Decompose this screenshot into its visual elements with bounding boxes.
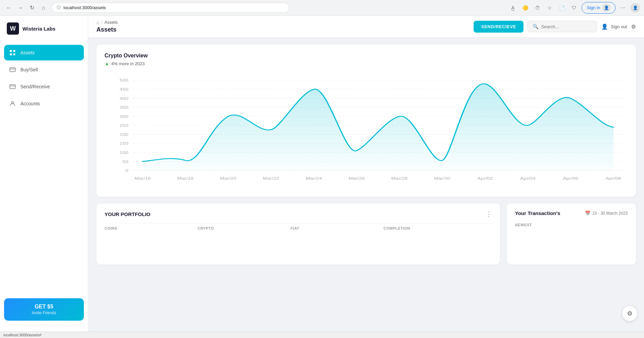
svg-text:Mar/18: Mar/18 <box>177 176 194 181</box>
top-bar: ⌂ / Assets Assets SEND/RECIEVE 🔍 👤 Sign … <box>88 16 644 38</box>
sidebar-item-buysell[interactable]: Buy/Sell <box>4 62 84 77</box>
sidebar-logo: W Wisteria Labs <box>0 22 88 45</box>
shield-icon[interactable]: 🛡 <box>569 3 579 13</box>
nav-buttons: ← → ↻ ⌂ <box>4 3 48 13</box>
chart-svg: 500 450 400 350 300 250 200 150 100 50 0 <box>105 73 628 189</box>
accounts-label: Accounts <box>20 101 40 106</box>
address-bar[interactable]: ⓘ localhost:3000/assets <box>52 3 289 13</box>
invite-banner[interactable]: GET $5 Invite Friends <box>4 298 84 321</box>
svg-rect-1 <box>13 50 15 52</box>
sidebar-nav: Assets Buy/Sell Send/Rec <box>0 45 88 291</box>
sign-out-area[interactable]: 👤 Sign out <box>601 23 627 30</box>
svg-rect-0 <box>10 50 12 52</box>
chart-subtitle-text: 4% more in 2023 <box>111 61 145 66</box>
browser-sign-in-button[interactable]: Sign in 👤 <box>582 2 615 14</box>
svg-text:250: 250 <box>119 123 128 128</box>
company-name: Wisteria Labs <box>22 26 55 32</box>
history-icon[interactable]: ⏱ <box>533 3 542 13</box>
font-size-icon[interactable]: A̲ <box>508 3 518 13</box>
sidebar-item-sendreceive[interactable]: Send/Receive <box>4 79 84 94</box>
content-area: Crypto Overview ▲ 4% more in 2023 <box>88 38 644 271</box>
browser-actions: A̲ 🟡 ⏱ ☆ 📄 🛡 Sign in 👤 ⋯ 👤 <box>508 2 640 14</box>
portfolio-menu-icon[interactable]: ⋮ <box>486 210 492 218</box>
more-button[interactable]: ⋯ <box>618 3 628 13</box>
up-arrow-icon: ▲ <box>105 61 109 66</box>
svg-text:400: 400 <box>119 96 128 101</box>
svg-rect-6 <box>10 85 15 89</box>
buysell-icon <box>9 66 16 73</box>
portfolio-cols: COINS CRYPTO FIAT COMPLETION <box>105 223 492 230</box>
svg-text:Mar/24: Mar/24 <box>306 176 322 181</box>
svg-text:350: 350 <box>119 105 128 110</box>
status-bar: localhost:3000/assets# <box>0 332 644 338</box>
user-profile-icon[interactable]: 👤 <box>630 3 640 13</box>
main-content: ⌂ / Assets Assets SEND/RECIEVE 🔍 👤 Sign … <box>88 16 644 332</box>
browser-chrome: ← → ↻ ⌂ ⓘ localhost:3000/assets A̲ 🟡 ⏱ ☆… <box>0 0 644 16</box>
svg-text:Mar/30: Mar/30 <box>434 176 450 181</box>
sidebar-item-accounts[interactable]: Accounts <box>4 96 84 111</box>
assets-label: Assets <box>20 50 35 55</box>
svg-text:Apr/06: Apr/06 <box>563 176 578 181</box>
col-crypto: CRYPTO <box>198 226 288 230</box>
search-icon: 🔍 <box>533 24 538 29</box>
chart-card: Crypto Overview ▲ 4% more in 2023 <box>96 45 636 197</box>
home-icon[interactable]: ⌂ <box>96 20 99 25</box>
breadcrumb: ⌂ / Assets <box>96 20 118 25</box>
breadcrumb-sep: / <box>101 20 103 25</box>
svg-text:Apr/02: Apr/02 <box>477 176 493 181</box>
sidebar: W Wisteria Labs Assets <box>0 16 88 332</box>
sidebar-item-assets[interactable]: Assets <box>4 45 84 60</box>
calendar-icon: 📅 <box>585 211 590 216</box>
sign-out-label: Sign out <box>611 24 627 29</box>
svg-text:Apr/08: Apr/08 <box>606 176 621 181</box>
logo-box: W <box>7 22 19 35</box>
sendreceive-icon <box>9 83 16 90</box>
sendreceive-label: Send/Receive <box>20 84 50 89</box>
top-bar-actions: SEND/RECIEVE 🔍 👤 Sign out ⚙ <box>474 21 636 33</box>
search-box[interactable]: 🔍 <box>528 21 597 32</box>
col-coins: COINS <box>105 226 195 230</box>
portfolio-panel: YOUR PORTFOLIO ⋮ COINS CRYPTO FIAT COMPL… <box>96 203 500 265</box>
svg-text:150: 150 <box>119 141 128 146</box>
svg-point-8 <box>12 102 14 104</box>
svg-text:50: 50 <box>123 159 129 164</box>
collection-icon[interactable]: 📄 <box>557 3 567 13</box>
floating-gear-button[interactable]: ⚙ <box>622 306 637 321</box>
assets-icon <box>9 49 16 56</box>
lock-icon: ⓘ <box>57 5 61 11</box>
chart-subtitle: ▲ 4% more in 2023 <box>105 61 628 66</box>
browser-sign-in-label: Sign in <box>587 5 600 10</box>
date-range: 23 - 30 March 2023 <box>592 211 628 216</box>
extensions-icon[interactable]: 🟡 <box>520 3 530 13</box>
svg-text:500: 500 <box>119 78 128 83</box>
profile-avatar: 👤 <box>602 4 610 12</box>
sign-out-icon: 👤 <box>601 23 608 30</box>
breadcrumb-current: Assets <box>104 20 117 25</box>
reload-button[interactable]: ↻ <box>27 3 37 13</box>
search-input[interactable] <box>541 24 592 29</box>
home-button[interactable]: ⌂ <box>39 3 48 13</box>
invite-subtitle: Invite Friends <box>10 310 78 315</box>
breadcrumb-area: ⌂ / Assets Assets <box>96 20 118 33</box>
back-button[interactable]: ← <box>4 3 14 13</box>
send-receive-button[interactable]: SEND/RECIEVE <box>474 21 523 33</box>
accounts-icon <box>9 100 16 107</box>
page-title: Assets <box>96 26 118 33</box>
svg-text:Mar/28: Mar/28 <box>391 176 408 181</box>
svg-rect-3 <box>13 53 15 55</box>
svg-text:Mar/20: Mar/20 <box>220 176 236 181</box>
svg-text:200: 200 <box>119 132 128 137</box>
transactions-panel: Your Transaction's 📅 23 - 30 March 2023 … <box>507 203 636 265</box>
status-url: localhost:3000/assets# <box>3 333 41 337</box>
svg-text:300: 300 <box>119 114 128 119</box>
forward-button[interactable]: → <box>16 3 25 13</box>
chart-title: Crypto Overview <box>105 53 628 59</box>
bottom-panels: YOUR PORTFOLIO ⋮ COINS CRYPTO FIAT COMPL… <box>96 203 636 265</box>
svg-text:Mar/26: Mar/26 <box>349 176 365 181</box>
svg-text:Mar/22: Mar/22 <box>263 176 279 181</box>
favorites-icon[interactable]: ☆ <box>545 3 554 13</box>
svg-text:0: 0 <box>125 168 128 173</box>
svg-text:Mar/16: Mar/16 <box>134 176 151 181</box>
invite-amount: GET $5 <box>10 304 78 310</box>
settings-icon[interactable]: ⚙ <box>631 23 636 30</box>
